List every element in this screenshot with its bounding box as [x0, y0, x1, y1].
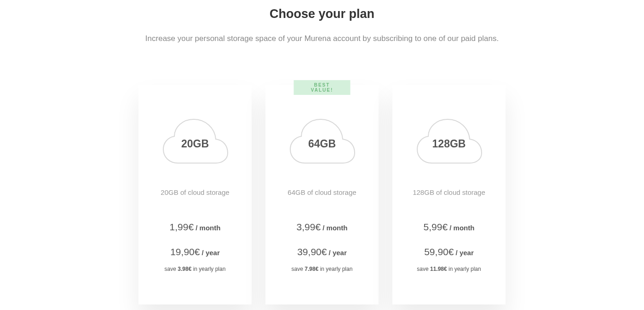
save-suffix: in yearly plan	[447, 266, 481, 272]
plan-card[interactable]: BEST VALUE! 64GB 64GB of cloud storage 3…	[265, 85, 379, 304]
price-monthly: 1,99€ / month	[148, 222, 242, 233]
price-yearly: 39,90€ / year	[275, 246, 369, 257]
savings-note: save 7.98€ in yearly plan	[275, 266, 369, 272]
price-yearly: 59,90€ / year	[402, 246, 496, 257]
year-price: 19,90€	[170, 246, 200, 257]
year-period: / year	[454, 249, 473, 257]
month-period: / month	[194, 224, 220, 232]
best-value-badge: BEST VALUE!	[294, 80, 351, 95]
storage-desc: 20GB of cloud storage	[148, 188, 242, 196]
storage-desc: 128GB of cloud storage	[402, 188, 496, 196]
save-suffix: in yearly plan	[191, 266, 225, 272]
cloud-graphic: 64GB	[275, 117, 369, 165]
month-period: / month	[321, 224, 347, 232]
year-period: / year	[327, 249, 346, 257]
price-monthly: 5,99€ / month	[402, 222, 496, 233]
plan-card[interactable]: 128GB 128GB of cloud storage 5,99€ / mon…	[392, 85, 506, 304]
month-price: 3,99€	[297, 222, 321, 232]
savings-note: save 11.98€ in yearly plan	[402, 266, 496, 272]
month-period: / month	[448, 224, 474, 232]
save-prefix: save	[165, 266, 178, 272]
save-amount: 7.98€	[305, 266, 318, 272]
year-period: / year	[200, 249, 219, 257]
cloud-graphic: 20GB	[148, 117, 242, 165]
save-suffix: in yearly plan	[318, 266, 352, 272]
page-title: Choose your plan	[0, 7, 644, 21]
save-prefix: save	[417, 266, 430, 272]
month-price: 1,99€	[170, 222, 194, 232]
year-price: 39,90€	[297, 246, 327, 257]
save-amount: 3.98€	[178, 266, 191, 272]
price-yearly: 19,90€ / year	[148, 246, 242, 257]
save-amount: 11.98€	[430, 266, 447, 272]
save-prefix: save	[292, 266, 305, 272]
year-price: 59,90€	[424, 246, 454, 257]
cloud-graphic: 128GB	[402, 117, 496, 165]
storage-size: 64GB	[308, 137, 336, 150]
month-price: 5,99€	[424, 222, 448, 232]
plan-card[interactable]: 20GB 20GB of cloud storage 1,99€ / month…	[138, 85, 252, 304]
savings-note: save 3.98€ in yearly plan	[148, 266, 242, 272]
storage-desc: 64GB of cloud storage	[275, 188, 369, 196]
plans-row: 20GB 20GB of cloud storage 1,99€ / month…	[0, 85, 644, 304]
storage-size: 20GB	[181, 137, 209, 150]
page-subtitle: Increase your personal storage space of …	[0, 34, 644, 43]
price-monthly: 3,99€ / month	[275, 222, 369, 233]
storage-size: 128GB	[432, 137, 466, 150]
